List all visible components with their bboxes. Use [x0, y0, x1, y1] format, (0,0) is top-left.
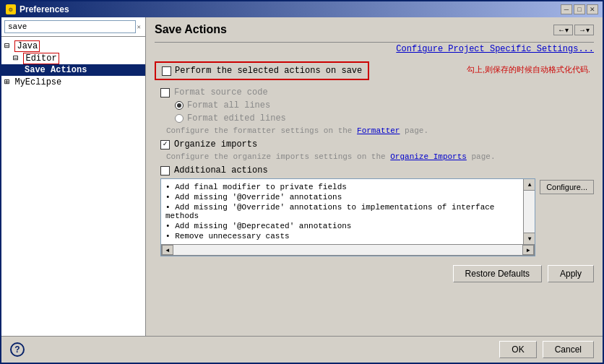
editor-expand-icon: ⊟: [13, 53, 23, 64]
window-title: Preferences: [20, 4, 69, 14]
format-edited-lines-option[interactable]: Format edited lines: [160, 113, 594, 124]
search-container: ✕: [1, 17, 145, 37]
list-item: • Add missing '@Deprecated' annotations: [165, 221, 517, 231]
right-panel: Save Actions ←▾ →▾ Configure Project Spe…: [146, 17, 603, 336]
footer-left: ?: [10, 342, 493, 357]
title-bar: ⚙ Preferences ─ □ ✕: [1, 1, 603, 17]
configure-btn-container: Configure...: [540, 178, 594, 256]
format-edited-lines-label: Format edited lines: [187, 113, 286, 124]
footer-area: ? OK Cancel: [1, 336, 603, 363]
tree-item-save-actions[interactable]: Save Actions: [1, 64, 145, 76]
title-bar-left: ⚙ Preferences: [6, 4, 69, 14]
additional-actions-row: Additional actions: [160, 165, 594, 176]
preferences-window: ⚙ Preferences ─ □ ✕ ✕ ⊟ Java ⊟ Editor: [0, 0, 604, 364]
organize-imports-note: Configure the organize imports settings …: [160, 152, 594, 161]
window-controls: ─ □ ✕: [561, 4, 598, 14]
page-title: Save Actions: [155, 23, 227, 36]
scroll-left-arrow[interactable]: ◄: [162, 245, 173, 255]
perform-checkbox-label[interactable]: Perform the selected actions on save: [162, 66, 362, 76]
additional-actions-label: Additional actions: [174, 165, 268, 176]
formatter-note-text: Configure the formatter settings on the: [166, 126, 357, 135]
format-all-lines-option[interactable]: Format all lines: [160, 100, 594, 110]
scroll-up-arrow[interactable]: ▲: [524, 179, 535, 191]
cancel-button[interactable]: Cancel: [543, 341, 594, 358]
format-edited-lines-radio[interactable]: [175, 114, 184, 123]
maximize-button[interactable]: □: [574, 4, 585, 14]
tree-container: ⊟ Java ⊟ Editor Save Actions ⊞ MyEclipse: [1, 37, 145, 336]
organize-imports-checkbox[interactable]: ✓: [160, 140, 170, 150]
header-divider: [155, 42, 594, 43]
java-expand-icon: ⊟: [4, 41, 14, 51]
scroll-right-arrow[interactable]: ►: [522, 245, 534, 255]
additional-actions-checkbox[interactable]: [160, 166, 170, 176]
format-all-lines-label: Format all lines: [187, 100, 270, 110]
perform-checkbox[interactable]: [162, 66, 171, 76]
organize-imports-link-suffix: page.: [467, 152, 496, 161]
ok-button[interactable]: OK: [499, 341, 536, 358]
list-with-scroll: • Add final modifier to private fields •…: [160, 178, 535, 256]
content-area: ✕ ⊟ Java ⊟ Editor Save Actions ⊞ MyEclip…: [1, 17, 603, 336]
organize-imports-row: ✓ Organize imports: [160, 139, 594, 150]
scroll-track: [524, 191, 535, 233]
save-actions-label: Save Actions: [25, 65, 87, 75]
action-buttons: Restore Defaults Apply: [155, 265, 594, 282]
right-header: Save Actions ←▾ →▾: [155, 23, 594, 36]
settings-area: Configure Project Specific Settings... 勾…: [155, 44, 594, 330]
java-label: Java: [14, 40, 40, 52]
formatter-note: Configure the formatter settings on the …: [160, 126, 594, 135]
organize-imports-section: ✓ Organize imports Configure the organiz…: [155, 139, 594, 161]
apply-button[interactable]: Apply: [548, 265, 594, 282]
tree-item-myeclipse[interactable]: ⊞ MyEclipse: [1, 76, 145, 88]
organize-imports-label: Organize imports: [174, 139, 257, 150]
format-all-lines-radio[interactable]: [175, 101, 184, 110]
organize-imports-link[interactable]: Organize Imports: [390, 152, 467, 161]
window-icon: ⚙: [6, 4, 16, 14]
list-item: • Add missing '@Override' annotations to…: [165, 202, 517, 221]
list-wrapper: • Add final modifier to private fields •…: [160, 178, 594, 256]
list-item: • Add missing '@Override' annotations: [165, 192, 517, 202]
perform-label: Perform the selected actions on save: [175, 66, 362, 76]
list-items-container: • Add final modifier to private fields •…: [165, 182, 517, 241]
list-hscroll[interactable]: ◄ ►: [161, 244, 535, 256]
nav-back-button[interactable]: ←▾: [553, 25, 573, 35]
formatter-link-suffix: page.: [400, 126, 428, 135]
nav-forward-button[interactable]: →▾: [574, 25, 594, 35]
tree-item-java[interactable]: ⊟ Java: [1, 40, 145, 52]
format-source-row: Format source code: [160, 87, 594, 98]
list-item: • Remove unnecessary casts: [165, 231, 517, 241]
list-content: • Add final modifier to private fields •…: [161, 179, 535, 244]
minimize-button[interactable]: ─: [561, 4, 572, 14]
myeclipse-expand-icon: ⊞: [4, 77, 14, 87]
editor-label: Editor: [23, 53, 59, 64]
organize-imports-checkmark: ✓: [163, 141, 167, 148]
left-panel: ✕ ⊟ Java ⊟ Editor Save Actions ⊞ MyEclip…: [1, 17, 146, 336]
close-button[interactable]: ✕: [587, 4, 598, 14]
configure-project-link[interactable]: Configure Project Specific Settings...: [396, 44, 594, 54]
format-source-checkbox[interactable]: [160, 88, 170, 98]
formatter-link[interactable]: Formatter: [357, 126, 400, 135]
configure-button[interactable]: Configure...: [540, 180, 594, 194]
myeclipse-label: MyEclipse: [14, 77, 61, 87]
tree-item-editor[interactable]: ⊟ Editor: [1, 52, 145, 64]
perform-section: Perform the selected actions on save: [155, 61, 369, 80]
nav-arrows: ←▾ →▾: [553, 25, 594, 35]
format-source-label: Format source code: [174, 87, 268, 98]
search-clear-icon[interactable]: ✕: [136, 23, 142, 31]
restore-defaults-button[interactable]: Restore Defaults: [453, 265, 542, 282]
search-input[interactable]: [4, 20, 136, 33]
additional-actions-section: Additional actions • Add final modifier …: [155, 165, 594, 256]
hscroll-track: [173, 245, 522, 255]
hint-text: 勾上,则保存的时候自动格式化代码.: [467, 64, 590, 75]
list-vscroll[interactable]: ▲ ▼: [523, 179, 535, 244]
format-source-section: Format source code Format all lines Form…: [155, 87, 594, 135]
list-item: • Add final modifier to private fields: [165, 182, 517, 192]
config-project-link-container: Configure Project Specific Settings...: [155, 44, 594, 54]
scroll-down-arrow[interactable]: ▼: [524, 233, 535, 244]
help-button[interactable]: ?: [10, 342, 25, 357]
organize-imports-note-text: Configure the organize imports settings …: [166, 152, 390, 161]
